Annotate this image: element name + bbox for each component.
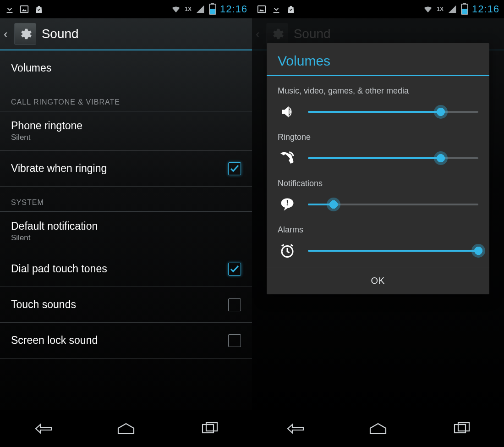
row-label: Touch sounds (11, 298, 76, 311)
phone-left: 1X 12:16 ‹ Sound Volumes CALL RINGTONE &… (0, 0, 252, 447)
row-label: Screen lock sound (11, 334, 98, 347)
row-value: Silent (11, 233, 98, 243)
row-value: Silent (11, 133, 82, 142)
phone-ringing-icon (278, 149, 297, 168)
slider-label: Notifications (278, 179, 478, 188)
system-nav-bar (252, 410, 504, 447)
status-clock: 12:16 (220, 3, 247, 15)
status-bar: 1X 12:16 (252, 0, 504, 18)
row-label: Phone ringtone (11, 120, 82, 132)
shopping-bag-icon (286, 4, 296, 14)
slider-media[interactable] (308, 104, 478, 120)
svg-rect-2 (206, 423, 217, 431)
checkbox-vibrate[interactable] (228, 162, 241, 175)
nav-home-button[interactable] (353, 418, 403, 439)
page-title: Sound (42, 27, 79, 41)
checkbox-touch-sounds[interactable] (228, 298, 241, 311)
row-volumes[interactable]: Volumes (0, 50, 252, 86)
wifi-icon (171, 4, 181, 14)
svg-rect-7 (455, 425, 466, 433)
picture-icon (257, 4, 267, 14)
network-type-badge: 1X (185, 6, 192, 12)
dialog-ok-button[interactable]: OK (267, 267, 489, 294)
nav-back-button[interactable] (269, 418, 319, 439)
nav-home-button[interactable] (101, 418, 151, 439)
settings-gear-icon (14, 23, 36, 45)
checkbox-screen-lock[interactable] (228, 334, 241, 347)
nav-back-button[interactable] (17, 418, 67, 439)
speaker-icon (278, 102, 297, 121)
battery-icon (209, 4, 216, 15)
row-touch-sounds[interactable]: Touch sounds (0, 287, 252, 323)
section-call-ringtone: CALL RINGTONE & VIBRATE (0, 86, 252, 111)
volumes-dialog: Volumes Music, video, games, & other med… (267, 43, 489, 294)
nav-recents-button[interactable] (185, 418, 235, 439)
download-icon (5, 4, 15, 14)
row-label: Volumes (11, 62, 51, 75)
volume-group-ringtone: Ringtone (278, 126, 478, 172)
checkbox-dial-pad[interactable] (228, 263, 241, 276)
shopping-bag-icon (34, 4, 44, 14)
svg-rect-0 (21, 6, 28, 13)
action-bar[interactable]: ‹ Sound (0, 18, 252, 50)
status-clock: 12:16 (472, 3, 499, 15)
section-system: SYSTEM (0, 187, 252, 212)
back-caret-icon[interactable]: ‹ (3, 27, 9, 41)
row-label: Dial pad touch tones (11, 263, 107, 276)
row-screen-lock-sound[interactable]: Screen lock sound (0, 323, 252, 359)
svg-rect-3 (258, 6, 266, 13)
system-nav-bar (0, 410, 252, 447)
battery-icon (461, 4, 468, 15)
slider-label: Music, video, games, & other media (278, 86, 478, 96)
phone-right: 1X 12:16 ‹ Sound Volumes Music, video, g… (252, 0, 504, 447)
row-default-notification[interactable]: Default notification Silent (0, 212, 252, 251)
wifi-icon (423, 4, 433, 14)
picture-icon (19, 4, 29, 14)
network-type-badge: 1X (437, 6, 444, 12)
svg-text:!: ! (286, 199, 289, 207)
signal-icon (195, 4, 205, 14)
volume-group-alarms: Alarms (278, 219, 478, 265)
svg-rect-1 (203, 425, 214, 433)
dialog-title: Volumes (267, 43, 489, 76)
row-label: Default notification (11, 220, 98, 233)
row-vibrate-when-ringing[interactable]: Vibrate when ringing (0, 151, 252, 187)
slider-ringtone[interactable] (308, 150, 478, 166)
slider-notifications[interactable] (308, 197, 478, 212)
settings-list: Volumes CALL RINGTONE & VIBRATE Phone ri… (0, 50, 252, 359)
alarm-clock-icon (278, 241, 297, 260)
nav-recents-button[interactable] (437, 418, 487, 439)
row-dial-pad-tones[interactable]: Dial pad touch tones (0, 251, 252, 287)
notification-bubble-icon: ! (278, 195, 297, 214)
svg-rect-8 (458, 423, 469, 431)
slider-label: Ringtone (278, 132, 478, 142)
volume-group-media: Music, video, games, & other media (278, 80, 478, 126)
download-icon (271, 4, 281, 14)
row-phone-ringtone[interactable]: Phone ringtone Silent (0, 111, 252, 151)
row-label: Vibrate when ringing (11, 162, 107, 175)
signal-icon (447, 4, 457, 14)
slider-alarms[interactable] (308, 243, 478, 259)
slider-label: Alarms (278, 225, 478, 235)
status-bar: 1X 12:16 (0, 0, 252, 18)
volume-group-notifications: Notifications ! (278, 172, 478, 219)
